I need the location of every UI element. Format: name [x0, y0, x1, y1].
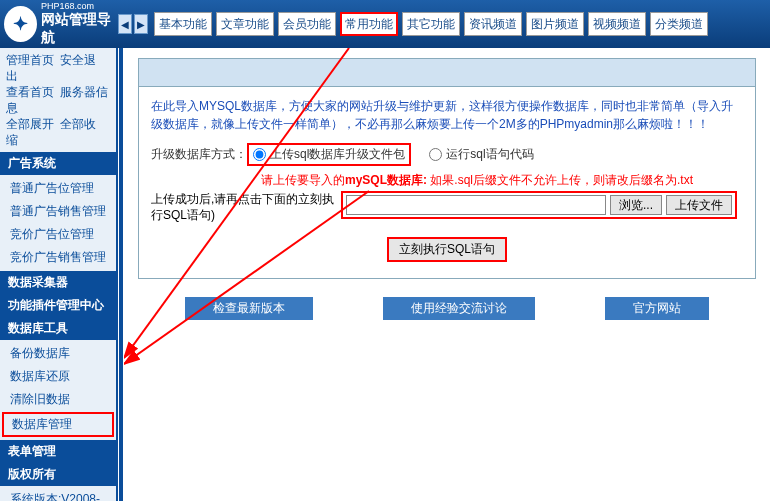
sidebar-item[interactable]: 数据库管理 [2, 412, 114, 437]
nav-prev-icon[interactable]: ◀ [118, 14, 132, 34]
intro-text: 在此导入MYSQL数据库，方便大家的网站升级与维护更新，这样很方便操作数据库，同… [151, 97, 743, 133]
side-header[interactable]: 数据库工具 [0, 317, 116, 340]
browse-button[interactable]: 浏览... [610, 195, 662, 215]
logo: ✦ PHP168.com 网站管理导航 [0, 0, 118, 48]
sidebar-item[interactable]: 清除旧数据 [0, 388, 116, 411]
top-tab-4[interactable]: 其它功能 [402, 12, 460, 36]
logo-title: 网站管理导航 [41, 11, 111, 45]
execute-sql-button[interactable]: 立刻执行SQL语句 [387, 237, 507, 262]
top-tab-0[interactable]: 基本功能 [154, 12, 212, 36]
radio-input-upload[interactable] [253, 148, 266, 161]
bottom-tab[interactable]: 使用经验交流讨论 [383, 297, 535, 320]
radio-label-run: 运行sql语句代码 [446, 146, 533, 163]
logo-url: PHP168.com [41, 1, 118, 11]
bottom-tab[interactable]: 官方网站 [605, 297, 709, 320]
top-tab-6[interactable]: 图片频道 [526, 12, 584, 36]
side-header[interactable]: 版权所有 [0, 463, 116, 486]
radio-run-sql[interactable]: 运行sql语句代码 [429, 146, 533, 163]
bottom-tab[interactable]: 检查最新版本 [185, 297, 313, 320]
top-tab-1[interactable]: 文章功能 [216, 12, 274, 36]
nav-next-icon[interactable]: ▶ [134, 14, 148, 34]
main-panel: 在此导入MYSQL数据库，方便大家的网站升级与维护更新，这样很方便操作数据库，同… [138, 58, 756, 279]
sidebar-item[interactable]: 备份数据库 [0, 342, 116, 365]
sidebar-item[interactable]: 竞价广告位管理 [0, 223, 116, 246]
side-header[interactable]: 表单管理 [0, 440, 116, 463]
sidebar-item[interactable]: 普通广告位管理 [0, 177, 116, 200]
top-tab-3[interactable]: 常用功能 [340, 12, 398, 36]
panel-header [139, 59, 755, 87]
side-header[interactable]: 数据采集器 [0, 271, 116, 294]
method-label: 升级数据库方式： [151, 146, 247, 163]
logo-icon: ✦ [4, 6, 37, 42]
side-header[interactable]: 广告系统 [0, 152, 116, 175]
radio-upload-sql[interactable]: 上传sql数据库升级文件包 [247, 143, 411, 166]
side-header[interactable]: 功能插件管理中心 [0, 294, 116, 317]
sidebar-item[interactable]: 数据库还原 [0, 365, 116, 388]
file-input[interactable] [346, 195, 606, 215]
quick-link[interactable]: 查看首页 [6, 85, 54, 99]
radio-input-run[interactable] [429, 148, 442, 161]
sidebar-item[interactable]: 系统版本:V2008-6.1 [0, 488, 116, 501]
upload-controls: 浏览... 上传文件 [341, 191, 737, 219]
radio-label-upload: 上传sql数据库升级文件包 [270, 146, 405, 163]
upload-button[interactable]: 上传文件 [666, 195, 732, 215]
upload-desc: 上传成功后,请再点击下面的立刻执行SQL语句) [151, 191, 341, 223]
top-tab-5[interactable]: 资讯频道 [464, 12, 522, 36]
sidebar-item[interactable]: 普通广告销售管理 [0, 200, 116, 223]
upload-warning: 请上传要导入的mySQL数据库: 如果.sql后缀文件不允许上传，则请改后缀名为… [261, 172, 743, 189]
top-tab-8[interactable]: 分类频道 [650, 12, 708, 36]
top-tab-2[interactable]: 会员功能 [278, 12, 336, 36]
sidebar-item[interactable]: 竞价广告销售管理 [0, 246, 116, 269]
quick-link[interactable]: 管理首页 [6, 53, 54, 67]
quick-link[interactable]: 全部展开 [6, 117, 54, 131]
top-tab-7[interactable]: 视频频道 [588, 12, 646, 36]
